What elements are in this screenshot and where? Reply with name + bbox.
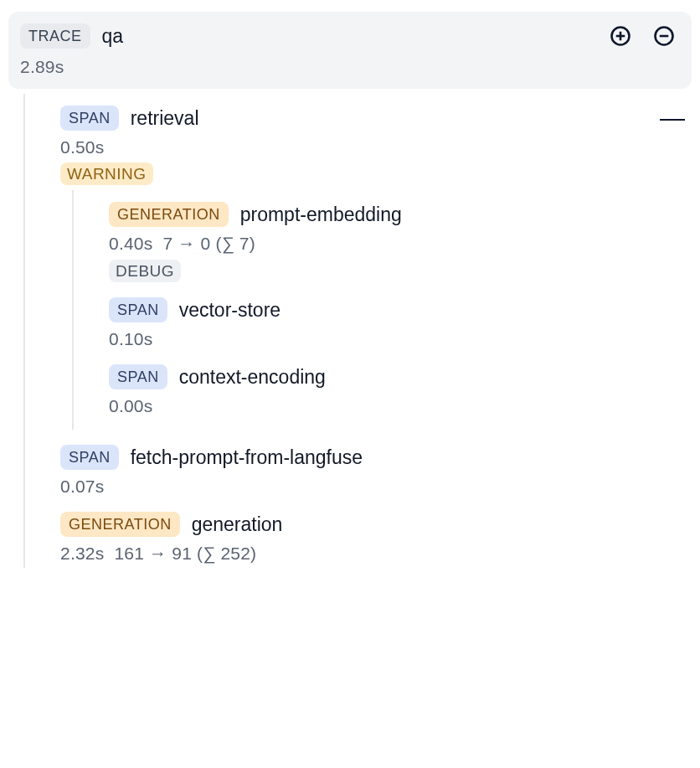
trace-card[interactable]: TRACE qa 2.89s [8,12,692,89]
generation-title: generation [192,513,283,536]
collapse-all-icon[interactable] [650,22,678,50]
span-retrieval[interactable]: SPAN retrieval — 0.50s WARNING GENERATIO… [42,94,692,433]
span-duration: 0.50s [60,137,692,157]
generation-prompt-embedding[interactable]: GENERATION prompt-embedding 0.40s 7 → 0 … [90,190,692,286]
expand-all-icon[interactable] [606,22,635,50]
generation-tokens: 161 → 91 (∑ 252) [114,544,256,564]
generation-badge: GENERATION [60,512,180,537]
warning-badge: WARNING [60,162,153,185]
generation-badge: GENERATION [109,202,229,227]
span-title: fetch-prompt-from-langfuse [131,446,363,469]
span-badge: SPAN [60,445,119,470]
generation-title: prompt-embedding [240,204,402,226]
span-badge: SPAN [109,364,167,389]
span-badge: SPAN [109,297,167,322]
generation-duration: 0.40s [109,234,152,254]
span-duration: 0.07s [60,477,692,497]
span-title: context-encoding [179,366,326,389]
trace-tree: SPAN retrieval — 0.50s WARNING GENERATIO… [23,94,692,568]
span-duration: 0.10s [109,329,692,349]
span-context-encoding[interactable]: SPAN context-encoding 0.00s [90,353,692,430]
trace-title: qa [102,25,124,48]
span-title: vector-store [179,299,281,322]
span-vector-store[interactable]: SPAN vector-store 0.10s [90,286,692,353]
trace-duration: 2.89s [20,57,678,77]
span-title: retrieval [131,107,199,130]
span-fetch-prompt[interactable]: SPAN fetch-prompt-from-langfuse 0.07s [42,433,692,500]
generation-tokens: 7 → 0 (∑ 7) [162,234,255,254]
retrieval-children: GENERATION prompt-embedding 0.40s 7 → 0 … [72,190,692,430]
debug-badge: DEBUG [109,260,181,282]
collapse-toggle[interactable]: — [653,106,692,131]
generation-duration: 2.32s [60,544,104,564]
span-badge: SPAN [60,106,119,131]
trace-badge: TRACE [20,23,90,49]
generation-generation[interactable]: GENERATION generation 2.32s 161 → 91 (∑ … [42,500,692,568]
span-duration: 0.00s [109,396,692,416]
